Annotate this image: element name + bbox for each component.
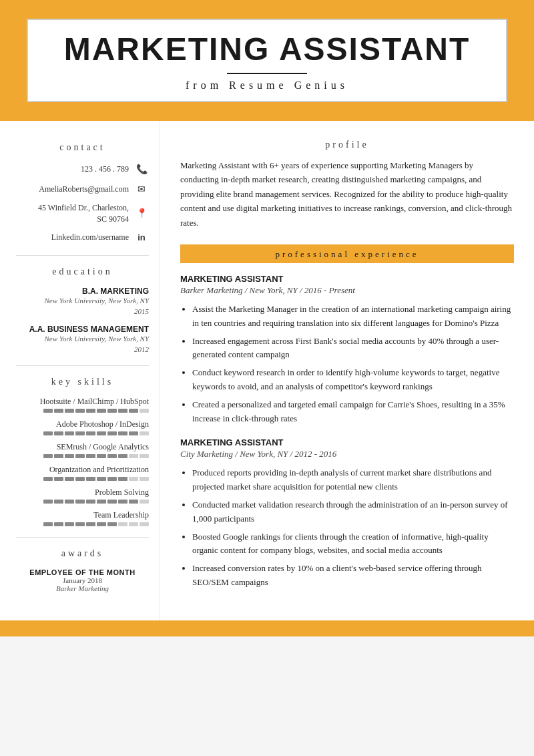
linkedin-icon: in bbox=[134, 230, 149, 244]
award-item-1: EMPLOYEE OF THE MONTH January 2018 Barke… bbox=[16, 568, 149, 592]
bullet-1-2: Increased engagement across First Bank's… bbox=[192, 335, 514, 363]
award-company-1: Barker Marketing bbox=[16, 584, 149, 592]
edu-school-2: New York University, New York, NY2012 bbox=[16, 334, 149, 355]
seg bbox=[129, 409, 138, 413]
profile-section-title: profile bbox=[180, 140, 514, 150]
bullet-1-4: Created a personalized and targeted emai… bbox=[192, 398, 514, 426]
skill-bar-5 bbox=[16, 500, 149, 504]
bullet-1-3: Conduct keyword research in order to ide… bbox=[192, 366, 514, 394]
seg bbox=[75, 409, 85, 413]
header-divider bbox=[227, 73, 307, 74]
job-company-1: Barker Marketing / New York, NY / 2016 -… bbox=[180, 285, 514, 296]
bullet-2-2: Conducted market validation research thr… bbox=[192, 498, 514, 526]
bullet-1-1: Assist the Marketing Manager in the crea… bbox=[192, 303, 514, 331]
resume-subtitle: from Resume Genius bbox=[48, 79, 486, 91]
phone-icon: 📞 bbox=[134, 162, 149, 177]
email-icon: ✉ bbox=[134, 182, 149, 197]
bullet-2-1: Produced reports providing in-depth anal… bbox=[192, 466, 514, 494]
education-item-1: B.A. MARKETING New York University, New … bbox=[16, 287, 149, 317]
main-content: profile Marketing Assistant with 6+ year… bbox=[160, 121, 534, 620]
job-title-2: MARKETING ASSISTANT bbox=[180, 437, 514, 447]
award-date-1: January 2018 bbox=[16, 576, 149, 584]
skill-item-5: Problem Solving bbox=[16, 488, 149, 504]
profile-text: Marketing Assistant with 6+ years of exp… bbox=[180, 158, 514, 230]
edu-degree-1: B.A. MARKETING bbox=[16, 287, 149, 296]
seg bbox=[86, 409, 95, 413]
seg-empty bbox=[140, 409, 149, 413]
contact-address: 45 Winfield Dr., Charleston,SC 90764 📍 bbox=[16, 202, 149, 225]
sidebar: contact 123 . 456 . 789 📞 AmeliaRoberts@… bbox=[0, 121, 160, 620]
footer-bar bbox=[0, 620, 534, 636]
edu-school-1: New York University, New York, NY2015 bbox=[16, 296, 149, 317]
seg bbox=[107, 409, 117, 413]
skill-bar-2 bbox=[16, 431, 149, 435]
contact-education-divider bbox=[16, 255, 149, 256]
skill-bar-4 bbox=[16, 477, 149, 481]
job-company-2: City Marketing / New York, NY / 2012 - 2… bbox=[180, 449, 514, 459]
edu-degree-2: A.A. BUSINESS MANAGEMENT bbox=[16, 325, 149, 334]
seg bbox=[65, 409, 74, 413]
contact-phone-text: 123 . 456 . 789 bbox=[81, 164, 129, 175]
skills-section-title: key skills bbox=[16, 377, 149, 387]
contact-email: AmeliaRoberts@gmail.com ✉ bbox=[16, 182, 149, 197]
skill-item-4: Organization and Prioritization bbox=[16, 465, 149, 481]
skill-name-6: Team Leadership bbox=[16, 510, 149, 520]
skill-bar-6 bbox=[16, 522, 149, 526]
header-inner: MARKETING ASSISTANT from Resume Genius bbox=[27, 19, 507, 102]
contact-phone: 123 . 456 . 789 📞 bbox=[16, 162, 149, 177]
job-bullets-1: Assist the Marketing Manager in the crea… bbox=[180, 303, 514, 425]
job-bullets-2: Produced reports providing in-depth anal… bbox=[180, 466, 514, 589]
education-item-2: A.A. BUSINESS MANAGEMENT New York Univer… bbox=[16, 325, 149, 355]
seg bbox=[97, 409, 106, 413]
seg bbox=[54, 409, 63, 413]
contact-linkedin-text: Linkedin.com/username bbox=[51, 232, 129, 243]
experience-banner-text: professional experience bbox=[275, 249, 419, 259]
resume-title: MARKETING ASSISTANT bbox=[48, 32, 486, 67]
seg bbox=[118, 409, 127, 413]
education-section-title: education bbox=[16, 266, 149, 277]
skill-bar-1 bbox=[16, 409, 149, 413]
contact-address-text: 45 Winfield Dr., Charleston,SC 90764 bbox=[38, 202, 129, 225]
skill-name-2: Adobe Photoshop / InDesign bbox=[16, 419, 149, 429]
contact-linkedin: Linkedin.com/username in bbox=[16, 230, 149, 244]
bullet-2-3: Boosted Google rankings for clients thro… bbox=[192, 530, 514, 558]
skill-item-3: SEMrush / Google Analytics bbox=[16, 442, 149, 458]
seg bbox=[43, 409, 53, 413]
skill-name-1: Hootsuite / MailChimp / HubSpot bbox=[16, 397, 149, 407]
skills-awards-divider bbox=[16, 537, 149, 538]
award-title-1: EMPLOYEE OF THE MONTH bbox=[16, 568, 149, 576]
header-outer: MARKETING ASSISTANT from Resume Genius bbox=[0, 0, 534, 121]
awards-section-title: awards bbox=[16, 548, 149, 559]
bullet-2-4: Increased conversion rates by 10% on a c… bbox=[192, 562, 514, 590]
skill-item-2: Adobe Photoshop / InDesign bbox=[16, 419, 149, 435]
contact-email-text: AmeliaRoberts@gmail.com bbox=[39, 184, 129, 195]
skill-name-3: SEMrush / Google Analytics bbox=[16, 442, 149, 452]
skill-item-6: Team Leadership bbox=[16, 510, 149, 526]
skill-name-5: Problem Solving bbox=[16, 488, 149, 498]
skill-bar-3 bbox=[16, 454, 149, 458]
skill-item-1: Hootsuite / MailChimp / HubSpot bbox=[16, 397, 149, 413]
contact-section-title: contact bbox=[16, 142, 149, 153]
skill-name-4: Organization and Prioritization bbox=[16, 465, 149, 475]
location-icon: 📍 bbox=[134, 206, 149, 221]
experience-banner: professional experience bbox=[180, 244, 514, 263]
job-title-1: MARKETING ASSISTANT bbox=[180, 274, 514, 284]
education-skills-divider bbox=[16, 365, 149, 366]
main-layout: contact 123 . 456 . 789 📞 AmeliaRoberts@… bbox=[0, 121, 534, 620]
